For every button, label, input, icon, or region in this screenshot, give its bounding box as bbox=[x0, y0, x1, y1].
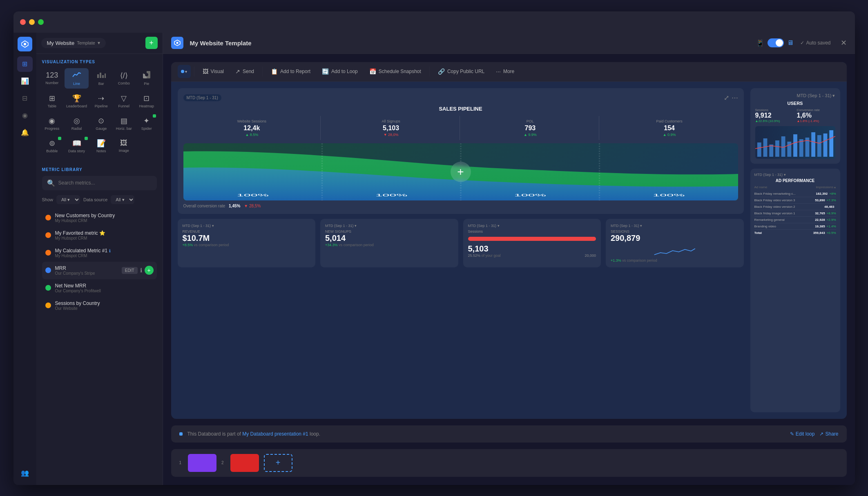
add-to-report-button[interactable]: 📋 Add to Report bbox=[266, 66, 315, 77]
minimize-traffic-light[interactable] bbox=[29, 19, 35, 25]
edit-loop-button[interactable]: ✎ Edit loop bbox=[790, 431, 815, 437]
add-new-button[interactable]: + bbox=[145, 37, 158, 49]
more-options-icon[interactable]: ⋯ bbox=[732, 94, 738, 102]
metric-sessions: Website Sessions 12,4k ▲ 8.5% bbox=[183, 116, 321, 140]
db-right: MTD (Sep 1 - 31) ▾ USERS Sessions 9,912 … bbox=[750, 88, 840, 412]
metric-sessions-by-country[interactable]: Sessions by Country Our Website bbox=[42, 297, 157, 314]
desktop-icon[interactable]: 🖥 bbox=[787, 39, 794, 47]
viz-progress[interactable]: ◉ Progress bbox=[42, 113, 62, 133]
bubble-icon: ⊚ bbox=[49, 139, 55, 148]
app-logo[interactable] bbox=[18, 37, 32, 51]
metric-new-customers[interactable]: New Customers by Country My Hubspot CRM bbox=[42, 209, 157, 227]
metric-dot bbox=[45, 267, 51, 273]
viz-image[interactable]: 🖼 Image bbox=[114, 136, 134, 156]
sales-pipeline-widget: MTD (Sep 1 - 31) ⤢ ⋯ SALES PIPELINE bbox=[178, 88, 744, 214]
copy-url-button[interactable]: 🔗 Copy Public URL bbox=[433, 66, 489, 77]
add-widget-button[interactable]: + bbox=[451, 162, 471, 182]
viz-line[interactable]: Line bbox=[65, 68, 89, 89]
nav-icon-alert[interactable]: 🔔 bbox=[17, 125, 33, 140]
add-to-loop-button[interactable]: 🔄 Add to Loop bbox=[317, 66, 363, 77]
viz-leaderboard[interactable]: 🏆 Leaderboard bbox=[65, 91, 89, 111]
viz-notes[interactable]: 📝 Notes bbox=[91, 136, 111, 156]
metric-net-new-mrr[interactable]: Net New MRR Our Company's Profitwell bbox=[42, 279, 157, 297]
close-traffic-light[interactable] bbox=[20, 19, 26, 25]
search-input[interactable] bbox=[58, 180, 152, 186]
metric-signups: All Signups 5,103 ▼ 28,0% bbox=[322, 116, 460, 140]
pie-icon bbox=[143, 71, 150, 80]
check-icon: ✓ bbox=[800, 40, 804, 46]
header-logo bbox=[171, 37, 183, 49]
slide-thumb-1[interactable] bbox=[188, 454, 216, 472]
metric-mrr[interactable]: MRR Our Company's Stripe EDIT ℹ + bbox=[42, 262, 157, 279]
info-icon[interactable]: ℹ bbox=[140, 267, 142, 274]
nav-icon-chart[interactable]: 📊 bbox=[17, 73, 33, 89]
radial-icon: ◎ bbox=[74, 116, 80, 125]
mobile-icon[interactable]: 📱 bbox=[756, 39, 764, 47]
viz-pipeline[interactable]: ⇢ Pipeline bbox=[91, 91, 111, 111]
nav-icon-dashboard[interactable]: ⊞ bbox=[17, 56, 33, 72]
pipeline-icon: ⇢ bbox=[98, 94, 104, 103]
metric-favorited[interactable]: My Favorited metric ⭐ My Hubspot CRM bbox=[42, 227, 157, 244]
viz-spider[interactable]: ✦ Spider bbox=[136, 113, 157, 133]
report-icon: 📋 bbox=[271, 68, 278, 75]
svg-rect-16 bbox=[763, 138, 767, 157]
viz-horiz-bar[interactable]: ▤ Horiz. bar bbox=[114, 113, 134, 133]
viz-table[interactable]: ⊞ Table bbox=[42, 91, 62, 111]
funnel-chart: 100% 100% 100% 100% + bbox=[183, 143, 738, 200]
tab-my-website[interactable]: My Website Template ▾ bbox=[41, 38, 106, 48]
bottom-widgets-row: MTD (Sep 1 - 31) ▾ REVENUE $10.7M +8.5% … bbox=[178, 219, 744, 267]
toggle-knob bbox=[776, 39, 783, 47]
combo-icon: ⟨/⟩ bbox=[120, 71, 128, 80]
filter-source-select[interactable]: All ▾ bbox=[111, 195, 134, 204]
share-button[interactable]: ↗ Share bbox=[819, 431, 838, 437]
visual-icon: 🖼 bbox=[203, 68, 208, 75]
widget-date[interactable]: MTD (Sep 1 - 31) bbox=[183, 94, 221, 101]
metric-section-title: METRIC LIBRARY bbox=[42, 167, 157, 172]
viz-combo[interactable]: ⟨/⟩ Combo bbox=[114, 68, 134, 89]
viz-bar[interactable]: Bar bbox=[91, 68, 111, 89]
schedule-snapshot-button[interactable]: 📅 Schedule Snapshot bbox=[364, 66, 426, 77]
expand-icon[interactable]: ⤢ bbox=[724, 94, 729, 102]
funnel-icon: ▽ bbox=[121, 94, 127, 103]
viz-number[interactable]: 123 Number bbox=[42, 68, 62, 89]
maximize-traffic-light[interactable] bbox=[38, 19, 44, 25]
users-stats: Sessions 9,912 ▲22.6% (10.9%) Conversion… bbox=[755, 108, 835, 123]
device-toggle-switch[interactable] bbox=[768, 38, 784, 47]
loop-link[interactable]: My Databoard presentation #1 bbox=[242, 431, 310, 437]
close-button[interactable]: ✕ bbox=[841, 38, 847, 47]
data-story-icon: 📖 bbox=[72, 139, 81, 148]
metric-calculated[interactable]: My Calculated Metric #1 ℹ My Hubspot CRM bbox=[42, 244, 157, 262]
viz-gauge[interactable]: ⊙ Gauge bbox=[91, 113, 111, 133]
tab-label: My Website bbox=[47, 40, 75, 46]
nav-icon-users[interactable]: 👥 bbox=[17, 465, 33, 481]
send-button[interactable]: ↗ Send bbox=[230, 66, 259, 77]
viz-data-story[interactable]: 📖 Data story bbox=[65, 136, 89, 156]
slide-thumb-2[interactable] bbox=[230, 454, 259, 472]
ad-row-3: Black Friday video version 2 48,483 bbox=[754, 204, 836, 210]
metric-search-box[interactable]: 🔍 bbox=[42, 176, 157, 190]
auto-saved-indicator: ✓ Auto saved bbox=[800, 40, 830, 46]
add-slide-button[interactable]: + bbox=[264, 454, 292, 472]
color-dot bbox=[181, 70, 184, 73]
nav-icon-table[interactable]: ⊟ bbox=[17, 91, 33, 106]
viz-radial[interactable]: ◎ Radial bbox=[65, 113, 89, 133]
revenue-date: MTD (Sep 1 - 31) ▾ bbox=[183, 224, 311, 228]
more-button[interactable]: ··· More bbox=[491, 66, 519, 77]
viz-funnel[interactable]: ▽ Funnel bbox=[114, 91, 134, 111]
tab-subtitle: Template bbox=[77, 40, 95, 45]
visualization-types-section: VISUALIZATION TYPES 123 Number Line bbox=[36, 54, 163, 162]
filter-show-select[interactable]: All ▾ bbox=[56, 195, 80, 204]
viz-pie[interactable]: Pie bbox=[136, 68, 157, 89]
svg-point-7 bbox=[176, 42, 178, 44]
viz-bubble[interactable]: ⊚ Bubble bbox=[42, 136, 62, 156]
nav-icon-gauge[interactable]: ◉ bbox=[17, 108, 33, 123]
edit-button[interactable]: EDIT bbox=[122, 267, 138, 274]
users-date: MTD (Sep 1 - 31) ▾ bbox=[755, 93, 835, 98]
svg-rect-2 bbox=[100, 73, 101, 78]
viz-heatmap[interactable]: ⊡ Heatmap bbox=[136, 91, 157, 111]
horiz-bar-icon: ▤ bbox=[120, 116, 127, 125]
visual-button[interactable]: 🖼 Visual bbox=[198, 66, 229, 77]
filter-row: Show All ▾ Data source All ▾ bbox=[42, 195, 157, 204]
add-metric-button[interactable]: + bbox=[145, 266, 154, 275]
color-picker-button[interactable]: ▾ bbox=[178, 65, 191, 78]
